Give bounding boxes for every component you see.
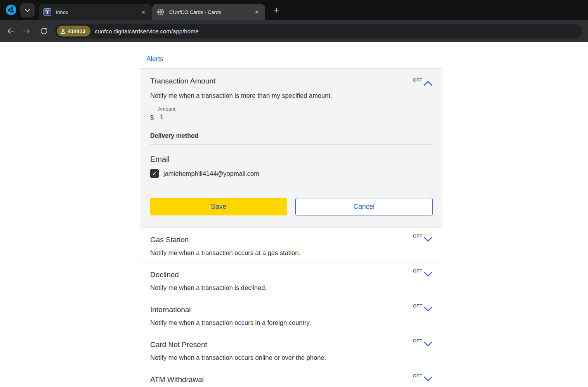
globe-favicon-icon [157, 8, 165, 16]
yopmail-favicon-icon: Y [43, 8, 51, 16]
alert-row-atm-withdrawal[interactable]: ATM Withdrawal OFF [140, 367, 442, 387]
alert-row-declined[interactable]: Declined Notify me when a transaction is… [140, 262, 442, 297]
url-text: cuofco.digitalcardservice.com/app/home [95, 28, 199, 35]
back-icon[interactable] [6, 26, 16, 36]
tab-search-button[interactable] [20, 3, 35, 17]
alert-title: Transaction Amount [150, 77, 215, 85]
international-toggle[interactable]: OFF [413, 303, 433, 312]
alert-title: Gas Station [150, 227, 433, 244]
alert-title: Declined [150, 262, 433, 279]
alert-description: Notify me when a transaction occurs at a… [150, 249, 433, 257]
chevron-down-icon[interactable] [423, 376, 433, 382]
chevron-down-icon [25, 9, 30, 12]
gas-station-toggle[interactable]: OFF [413, 233, 433, 242]
alert-title: ATM Withdrawal [150, 367, 433, 384]
cancel-button[interactable]: Cancel [295, 198, 433, 215]
chevron-down-icon[interactable] [423, 341, 433, 347]
chevron-up-icon[interactable] [423, 80, 433, 86]
toggle-state-label: OFF [413, 338, 422, 343]
alert-row-gas-station[interactable]: Gas Station Notify me when a transaction… [140, 227, 442, 262]
email-address-label: jamiehemphill4144@yopmail.com [163, 170, 259, 177]
declined-toggle[interactable]: OFF [413, 268, 433, 277]
transaction-amount-toggle[interactable]: OFF [413, 77, 433, 86]
alerts-breadcrumb-link[interactable]: Alerts [146, 55, 163, 63]
profile-badge-number: 414413 [68, 28, 85, 34]
tab-close-icon[interactable]: ✕ [253, 9, 260, 16]
person-icon [60, 28, 66, 35]
toggle-state-label: OFF [413, 304, 422, 308]
transaction-amount-panel: Transaction Amount OFF Notify me when a … [140, 68, 442, 227]
browser-logo-icon [6, 5, 16, 15]
alert-description: Notify me when a transaction occurs onli… [150, 354, 433, 361]
divider [150, 185, 433, 185]
alert-row-card-not-present[interactable]: Card Not Present Notify me when a transa… [140, 332, 442, 367]
email-checkbox[interactable]: ✓ [150, 169, 159, 178]
profile-badge[interactable]: 414413 [57, 26, 90, 36]
browser-toolbar: 414413 cuofco.digitalcardservice.com/app… [0, 20, 588, 42]
alert-row-international[interactable]: International Notify me when a transacti… [140, 297, 442, 332]
address-bar[interactable]: 414413 cuofco.digitalcardservice.com/app… [55, 24, 582, 38]
toggle-state-label: OFF [413, 234, 422, 238]
browser-tab-strip: Y Inbox ✕ CUofCO Cards - Cards ✕ + [0, 0, 588, 20]
delivery-method-label: Delivery method [150, 132, 433, 139]
toggle-state-label: OFF [413, 269, 422, 273]
alert-title: International [150, 297, 433, 314]
amount-input[interactable] [159, 112, 300, 124]
tab-title: CUofCO Cards - Cards [169, 9, 253, 15]
tab-title: Inbox [56, 9, 140, 15]
amount-field-label: Amount [158, 106, 433, 112]
new-tab-button[interactable]: + [271, 5, 282, 16]
alert-description: Notify me when a transaction is declined… [150, 284, 433, 292]
alert-description: Notify me when a transaction is more tha… [150, 92, 433, 99]
divider [150, 144, 433, 145]
page-content: Alerts Transaction Amount OFF Notify me … [0, 42, 588, 387]
save-button[interactable]: Save [150, 198, 287, 215]
atm-withdrawal-toggle[interactable]: OFF [413, 373, 433, 382]
toggle-state-label: OFF [413, 78, 422, 82]
reload-icon[interactable] [39, 26, 49, 36]
card-not-present-toggle[interactable]: OFF [413, 338, 433, 347]
tab-close-icon[interactable]: ✕ [140, 9, 147, 16]
alert-description: Notify me when a transaction occurs in a… [150, 319, 433, 326]
alert-title: Card Not Present [150, 332, 433, 349]
forward-icon[interactable] [22, 26, 31, 36]
currency-symbol: $ [150, 115, 154, 124]
tab-inbox[interactable]: Y Inbox ✕ [39, 4, 152, 20]
chevron-down-icon[interactable] [423, 236, 433, 242]
tab-cuofco-cards[interactable]: CUofCO Cards - Cards ✕ [152, 4, 265, 20]
toggle-state-label: OFF [413, 373, 422, 378]
chevron-down-icon[interactable] [423, 306, 433, 312]
chevron-down-icon[interactable] [423, 271, 433, 277]
email-section-heading: Email [150, 155, 433, 164]
email-option-row: ✓ jamiehemphill4144@yopmail.com [150, 169, 433, 178]
